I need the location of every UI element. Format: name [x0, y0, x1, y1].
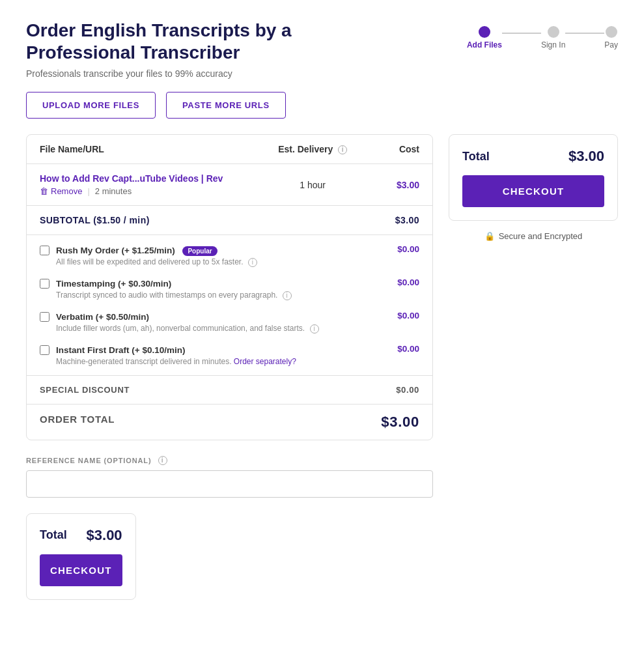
order-table: File Name/URL Est. Delivery i Cost How t… — [26, 134, 433, 440]
step-label-sign-in: Sign In — [541, 40, 565, 50]
addon-verbatim-price: $0.00 — [397, 311, 419, 320]
reference-info-icon[interactable]: i — [158, 456, 167, 465]
addon-verbatim-title: Verbatim (+ $0.50/min) — [56, 312, 149, 322]
addon-instant-desc: Machine-generated transcript delivered i… — [56, 357, 296, 366]
step-circle-pay — [606, 26, 617, 38]
bottom-checkout-button[interactable]: CHECKOUT — [40, 554, 122, 586]
addon-instant-price: $0.00 — [397, 344, 419, 354]
subtotal-row: SUBTOTAL ($1.50 / min) $3.00 — [27, 206, 432, 235]
left-panel: File Name/URL Est. Delivery i Cost How t… — [26, 134, 433, 600]
step-line-1 — [502, 33, 541, 34]
table-row: How to Add Rev Capt...uTube Videos | Rev… — [27, 164, 432, 206]
col-header-cost: Cost — [367, 144, 419, 154]
paste-more-urls-button[interactable]: PASTE MORE URLS — [166, 92, 286, 119]
order-total-label: ORDER TOTAL — [40, 414, 115, 431]
file-delivery: 1 hour — [258, 180, 367, 190]
right-panel: Total $3.00 CHECKOUT 🔒 Secure and Encryp… — [449, 134, 618, 241]
addon-rush: Rush My Order (+ $1.25/min) Popular All … — [40, 244, 419, 267]
col-header-delivery: Est. Delivery i — [258, 144, 367, 154]
checkout-button[interactable]: CHECKOUT — [462, 175, 604, 207]
bottom-total-label: Total — [40, 528, 67, 542]
subtotal-value: $3.00 — [395, 215, 419, 225]
bottom-total-amount: $3.00 — [87, 527, 122, 544]
page-title: Order English Transcripts by a Professio… — [26, 20, 365, 63]
steps-indicator: Add Files Sign In Pay — [467, 20, 618, 50]
discount-row: SPECIAL DISCOUNT $0.00 — [27, 376, 432, 404]
subtotal-label: SUBTOTAL ($1.50 / min) — [40, 215, 150, 225]
addon-rush-price: $0.00 — [397, 244, 419, 254]
summary-total-label: Total — [462, 150, 490, 163]
step-pay: Pay — [604, 26, 618, 50]
addon-instant: Instant First Draft (+ $0.10/min) Machin… — [40, 344, 419, 366]
addon-timestamps-title: Timestamping (+ $0.30/min) — [56, 279, 171, 289]
file-duration: 2 minutes — [95, 186, 132, 196]
header-left: Order English Transcripts by a Professio… — [26, 20, 365, 79]
addon-instant-title: Instant First Draft (+ $0.10/min) — [56, 345, 185, 355]
addon-verbatim: Verbatim (+ $0.50/min) Include filler wo… — [40, 311, 419, 334]
file-cost: $3.00 — [367, 180, 419, 190]
addon-rush-left: Rush My Order (+ $1.25/min) Popular All … — [40, 244, 397, 267]
reference-label: REFERENCE NAME (OPTIONAL) i — [26, 456, 433, 465]
reference-input[interactable] — [26, 470, 433, 498]
delivery-info-icon[interactable]: i — [338, 145, 347, 154]
addon-timestamps: Timestamping (+ $0.30/min) Transcript sy… — [40, 277, 419, 300]
file-name-link[interactable]: How to Add Rev Capt...uTube Videos | Rev — [40, 173, 258, 184]
addon-rush-desc: All files will be expedited and delivere… — [56, 257, 257, 267]
addon-instant-checkbox[interactable] — [40, 345, 49, 355]
discount-label: SPECIAL DISCOUNT — [40, 385, 130, 395]
action-buttons: UPLOAD MORE FILES PASTE MORE URLS — [26, 92, 618, 119]
step-line-2 — [565, 33, 604, 34]
addons-section: Rush My Order (+ $1.25/min) Popular All … — [27, 235, 432, 375]
bottom-total-row: Total $3.00 — [40, 527, 122, 544]
bottom-summary-card: Total $3.00 CHECKOUT — [26, 513, 136, 600]
addon-verbatim-desc: Include filler words (um, ah), nonverbal… — [56, 324, 319, 334]
addon-timestamps-left: Timestamping (+ $0.30/min) Transcript sy… — [40, 277, 397, 300]
order-total-value: $3.00 — [381, 414, 419, 431]
table-header: File Name/URL Est. Delivery i Cost — [27, 135, 432, 164]
step-circle-sign-in — [548, 26, 559, 38]
upload-more-files-button[interactable]: UPLOAD MORE FILES — [26, 92, 156, 119]
secure-text: 🔒 Secure and Encrypted — [449, 231, 618, 241]
file-actions: 🗑 Remove | 2 minutes — [40, 186, 258, 196]
addon-instant-left: Instant First Draft (+ $0.10/min) Machin… — [40, 344, 397, 366]
step-label-add-files: Add Files — [467, 40, 502, 50]
addon-rush-info-icon[interactable]: i — [248, 258, 257, 267]
col-header-file: File Name/URL — [40, 144, 258, 154]
discount-value: $0.00 — [396, 385, 419, 395]
page-header: Order English Transcripts by a Professio… — [26, 20, 618, 79]
step-label-pay: Pay — [604, 40, 618, 50]
step-add-files: Add Files — [467, 26, 502, 50]
addon-rush-title: Rush My Order (+ $1.25/min) Popular — [56, 246, 217, 255]
summary-card: Total $3.00 CHECKOUT — [449, 134, 618, 221]
addon-timestamps-checkbox[interactable] — [40, 279, 49, 289]
summary-total-amount: $3.00 — [568, 148, 604, 165]
addon-rush-checkbox[interactable] — [40, 246, 49, 255]
remove-file-button[interactable]: 🗑 Remove — [40, 186, 82, 196]
popular-badge: Popular — [182, 246, 217, 256]
main-content: File Name/URL Est. Delivery i Cost How t… — [26, 134, 618, 600]
addon-timestamps-info-icon[interactable]: i — [283, 291, 292, 300]
addon-verbatim-checkbox[interactable] — [40, 312, 49, 322]
lock-icon: 🔒 — [484, 231, 495, 241]
reference-section: REFERENCE NAME (OPTIONAL) i — [26, 456, 433, 498]
order-separately-link[interactable]: Order separately? — [234, 357, 296, 366]
addon-timestamps-desc: Transcript synced to audio with timestam… — [56, 291, 292, 300]
trash-icon: 🗑 — [40, 186, 48, 196]
file-info: How to Add Rev Capt...uTube Videos | Rev… — [40, 173, 258, 196]
summary-total-row: Total $3.00 — [462, 148, 604, 165]
step-circle-add-files — [479, 26, 490, 38]
addon-timestamps-price: $0.00 — [397, 277, 419, 287]
addon-verbatim-left: Verbatim (+ $0.50/min) Include filler wo… — [40, 311, 397, 334]
page-subtitle: Professionals transcribe your files to 9… — [26, 68, 365, 79]
addon-verbatim-info-icon[interactable]: i — [310, 324, 319, 334]
step-sign-in: Sign In — [541, 26, 565, 50]
order-total-row: ORDER TOTAL $3.00 — [27, 404, 432, 440]
